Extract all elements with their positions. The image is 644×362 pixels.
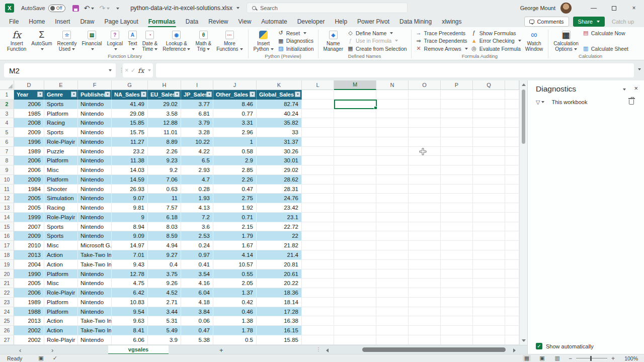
- cell-q25[interactable]: [473, 316, 505, 326]
- cell-d3[interactable]: 1985: [14, 109, 44, 119]
- tab-page-layout[interactable]: Page Layout: [99, 16, 143, 27]
- cell-j24[interactable]: 0.46: [213, 307, 257, 317]
- calculate-now-button[interactable]: ▤Calculate Now: [583, 29, 628, 37]
- row-header-7[interactable]: 7: [0, 147, 14, 156]
- more-functions-button[interactable]: ⋯MoreFunctions: [214, 28, 245, 53]
- row-header-17[interactable]: 17: [0, 241, 14, 250]
- cell-m10[interactable]: [334, 175, 376, 185]
- scroll-left-icon[interactable]: [326, 348, 329, 352]
- column-header-d[interactable]: D: [14, 80, 44, 90]
- lookup-reference-button[interactable]: ◉Lookup &Reference: [160, 28, 192, 53]
- cell-p6[interactable]: [441, 137, 473, 147]
- row-header-24[interactable]: 24: [0, 307, 14, 317]
- cell-i14[interactable]: 7.2: [181, 213, 213, 222]
- cell-j16[interactable]: 1.79: [213, 231, 257, 241]
- cell-g21[interactable]: 4.75: [112, 279, 148, 288]
- row-header-6[interactable]: 6: [0, 137, 14, 147]
- cell-g20[interactable]: 12.78: [112, 269, 148, 279]
- cell-o26[interactable]: [409, 326, 441, 335]
- reset-button[interactable]: ↺Reset: [278, 29, 314, 37]
- row-header-5[interactable]: 5: [0, 128, 14, 137]
- tab-formulas[interactable]: Formulas: [143, 16, 181, 27]
- cell-p5[interactable]: [441, 128, 473, 137]
- pane-collapse-icon[interactable]: [623, 88, 626, 90]
- filter-button-other-sales[interactable]: [250, 92, 255, 97]
- cell-o21[interactable]: [409, 279, 441, 288]
- cell-o4[interactable]: [409, 118, 441, 128]
- cell-j2[interactable]: 8.46: [213, 100, 257, 109]
- cell-g24[interactable]: 9.54: [112, 307, 148, 317]
- cell-q17[interactable]: [473, 241, 505, 250]
- cell-k6[interactable]: 31.37: [257, 137, 302, 147]
- cell-q20[interactable]: [473, 269, 505, 279]
- cell-e9[interactable]: Misc: [44, 165, 78, 175]
- cell-p13[interactable]: [441, 203, 473, 213]
- table-header-jp-sales[interactable]: JP_Sales: [181, 90, 213, 100]
- cell-q15[interactable]: [473, 222, 505, 232]
- cell-x27[interactable]: [505, 335, 519, 345]
- cell-j18[interactable]: 4.14: [213, 250, 257, 260]
- cell-d2[interactable]: 2006: [14, 100, 44, 109]
- scroll-down-icon[interactable]: [522, 339, 526, 342]
- cell-e16[interactable]: Sports: [44, 231, 78, 241]
- cell-k26[interactable]: 16.15: [257, 326, 302, 335]
- tab-xlwings[interactable]: xlwings: [437, 16, 466, 27]
- date-time-button[interactable]: ◔Date &Time: [140, 28, 159, 53]
- cell-q13[interactable]: [473, 203, 505, 213]
- insert-function-fx-icon[interactable]: fx: [138, 67, 144, 74]
- cell-k19[interactable]: 20.81: [257, 260, 302, 269]
- cell-e19[interactable]: Action: [44, 260, 78, 269]
- cell-k27[interactable]: 15.85: [257, 335, 302, 345]
- cell-x17[interactable]: [505, 241, 519, 250]
- column-header-e[interactable]: E: [44, 80, 78, 90]
- cell-g6[interactable]: 11.27: [112, 137, 148, 147]
- cell-o13[interactable]: [409, 203, 441, 213]
- cell-e27[interactable]: Role-Playir: [44, 335, 78, 345]
- cell-q6[interactable]: [473, 137, 505, 147]
- cell-h13[interactable]: 7.57: [148, 203, 181, 213]
- cell-g27[interactable]: 6.06: [112, 335, 148, 345]
- cell-n17[interactable]: [376, 241, 409, 250]
- cell-h27[interactable]: 3.9: [148, 335, 181, 345]
- cell-l23[interactable]: [302, 298, 334, 307]
- vertical-scroll-thumb[interactable]: [522, 89, 525, 144]
- column-header-q[interactable]: Q: [473, 80, 505, 90]
- cell-m14[interactable]: [334, 213, 376, 222]
- filter-button-eu-sales[interactable]: [174, 92, 180, 97]
- cell-d4[interactable]: 2008: [14, 118, 44, 128]
- cell-i3[interactable]: 6.81: [181, 109, 213, 119]
- cell-n19[interactable]: [376, 260, 409, 269]
- cell-l1[interactable]: [302, 90, 334, 100]
- cell-o3[interactable]: [409, 109, 441, 119]
- sheet-next-icon[interactable]: ›: [51, 345, 53, 354]
- row-header-12[interactable]: 12: [0, 194, 14, 203]
- cell-k16[interactable]: 22: [257, 231, 302, 241]
- row-header-18[interactable]: 18: [0, 250, 14, 260]
- cell-j25[interactable]: 1.38: [213, 316, 257, 326]
- cell-o5[interactable]: [409, 128, 441, 137]
- cell-g25[interactable]: 9.63: [112, 316, 148, 326]
- cell-o17[interactable]: [409, 241, 441, 250]
- cell-m21[interactable]: [334, 279, 376, 288]
- cell-l13[interactable]: [302, 203, 334, 213]
- cancel-entry-icon[interactable]: ×: [125, 67, 128, 74]
- cell-n14[interactable]: [376, 213, 409, 222]
- cell-q21[interactable]: [473, 279, 505, 288]
- cell-d10[interactable]: 2009: [14, 175, 44, 185]
- cell-d8[interactable]: 2006: [14, 156, 44, 165]
- cell-i20[interactable]: 3.54: [181, 269, 213, 279]
- cell-h18[interactable]: 9.27: [148, 250, 181, 260]
- column-header-n[interactable]: N: [376, 80, 409, 90]
- cell-i15[interactable]: 3.6: [181, 222, 213, 232]
- cell-o25[interactable]: [409, 316, 441, 326]
- row-header-2[interactable]: 2: [0, 100, 14, 109]
- cell-e12[interactable]: Simulation: [44, 194, 78, 203]
- cell-x24[interactable]: [505, 307, 519, 317]
- cell-m7[interactable]: [334, 147, 376, 156]
- calculate-sheet-button[interactable]: ▥Calculate Sheet: [583, 45, 628, 52]
- cell-d22[interactable]: 2006: [14, 288, 44, 298]
- cell-j6[interactable]: 1: [213, 137, 257, 147]
- watch-window-button[interactable]: ∞WatchWindow: [523, 28, 545, 53]
- cell-n26[interactable]: [376, 326, 409, 335]
- cell-k9[interactable]: 29.02: [257, 165, 302, 175]
